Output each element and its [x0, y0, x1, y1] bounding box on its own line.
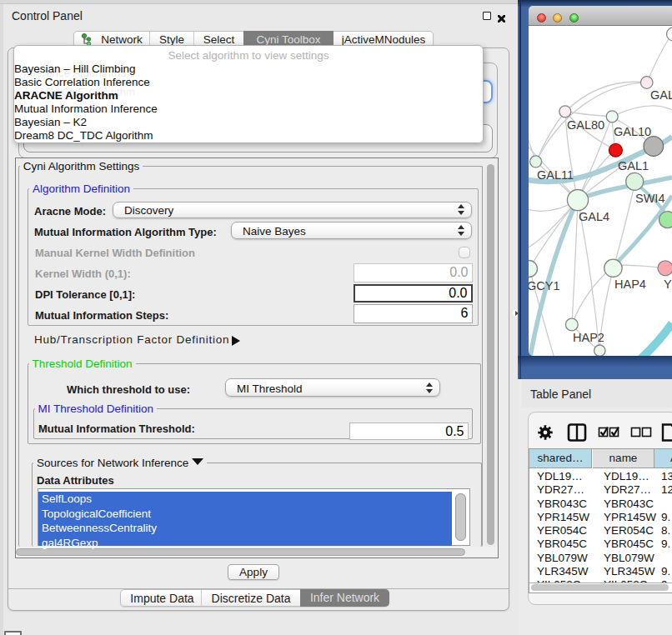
svg-text:SWI4: SWI4 — [635, 192, 664, 205]
svg-text:GAL1: GAL1 — [618, 159, 649, 172]
svg-text:GAL80: GAL80 — [567, 118, 604, 132]
svg-text:HAP4: HAP4 — [614, 278, 646, 291]
svg-text:GAL10: GAL10 — [614, 125, 651, 138]
svg-text:GAL11: GAL11 — [537, 168, 574, 182]
svg-text:GAL2: GAL2 — [650, 88, 672, 102]
svg-text:Y: Y — [664, 278, 672, 291]
svg-text:HAP2: HAP2 — [573, 331, 604, 344]
svg-text:GCY1: GCY1 — [529, 279, 560, 292]
svg-text:GAL4: GAL4 — [579, 210, 609, 223]
